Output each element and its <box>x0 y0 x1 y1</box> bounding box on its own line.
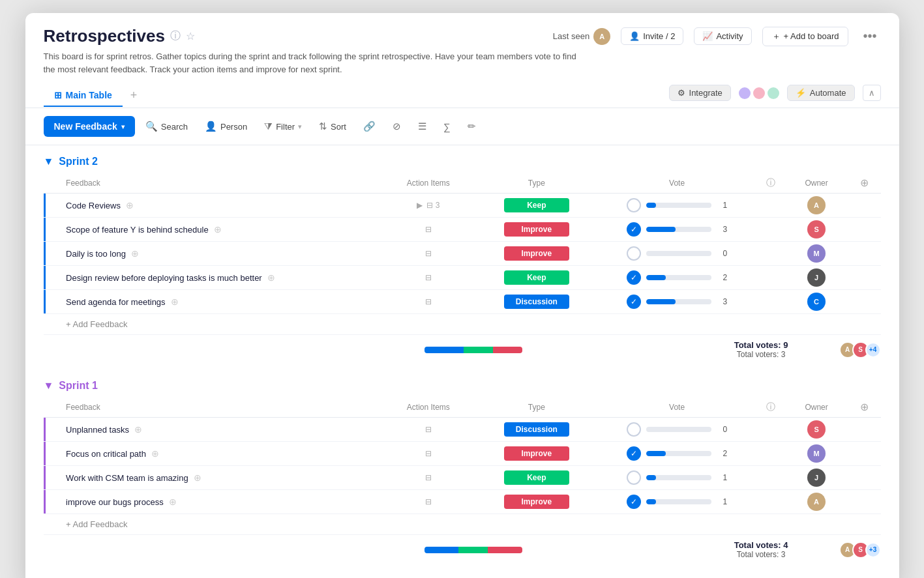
row-indicator-cell <box>44 290 60 314</box>
vote-cell[interactable]: 1 <box>597 194 757 218</box>
star-icon[interactable]: ☆ <box>186 30 195 42</box>
table-row[interactable]: Work with CSM team is amazing⊕⊟Keep1J <box>44 466 881 490</box>
vote-circle[interactable] <box>627 422 641 437</box>
sprint2-toggle[interactable]: ▼ <box>44 156 54 167</box>
table-row[interactable]: Daily is too long⊕⊟Improve0M <box>44 242 881 266</box>
link-icon-button[interactable]: 🔗 <box>357 117 382 136</box>
color-dot-3[interactable] <box>768 87 779 99</box>
table-row[interactable]: Focus on critical path⊕⊟Improve✓2M <box>44 442 881 466</box>
vote-cell[interactable]: ✓1 <box>597 490 757 514</box>
sprint2-title[interactable]: Sprint 2 <box>59 156 98 167</box>
color-dot-2[interactable] <box>753 87 765 99</box>
group-icon-button[interactable]: ☰ <box>411 117 433 136</box>
vote-cell[interactable]: ✓3 <box>597 218 757 242</box>
formula-icon-button[interactable]: ∑ <box>437 117 457 136</box>
type-cell[interactable]: Improve <box>477 442 597 466</box>
sprint1-col-add-header[interactable]: ⊕ <box>848 397 880 418</box>
more-options-button[interactable]: ••• <box>859 27 880 45</box>
vote-circle[interactable]: ✓ <box>627 222 641 237</box>
type-cell[interactable]: Improve <box>477 490 597 514</box>
vote-cell[interactable]: 0 <box>597 242 757 266</box>
owner-cell: A <box>784 194 848 218</box>
vote-circle[interactable]: ✓ <box>627 495 641 509</box>
feedback-cell: Send agenda for meetings⊕ <box>59 290 380 314</box>
table-row[interactable]: Design review before deploying tasks is … <box>44 266 881 290</box>
table-row[interactable]: Code Reviews⊕▶⊟ 3Keep1A <box>44 194 881 218</box>
vote-circle[interactable]: ✓ <box>627 446 641 461</box>
subitems-icon: ⊟ <box>425 225 432 234</box>
filter-button[interactable]: ⧩ Filter ▾ <box>258 117 308 136</box>
sprint1-col-vote-header: Vote <box>597 397 757 418</box>
vote-cell[interactable]: ✓3 <box>597 290 757 314</box>
sprint2-add-feedback-row[interactable]: + Add Feedback <box>44 314 881 335</box>
info-icon[interactable]: ⓘ <box>170 29 181 43</box>
add-tab-button[interactable]: + <box>124 83 144 108</box>
type-badge: Discussion <box>504 295 569 309</box>
vote-circle[interactable] <box>627 246 641 261</box>
sprint1-table: Feedback Action Items Type Vote ⓘ Owner … <box>44 397 881 535</box>
sprint1-col-type-header: Type <box>477 397 597 418</box>
add-comment-icon[interactable]: ⊕ <box>214 224 222 235</box>
vote-circle[interactable] <box>627 470 641 485</box>
type-cell[interactable]: Improve <box>477 218 597 242</box>
add-comment-icon[interactable]: ⊕ <box>134 424 142 435</box>
type-cell[interactable]: Keep <box>477 266 597 290</box>
feedback-text: Unplanned tasks <box>66 425 129 435</box>
table-row[interactable]: Send agenda for meetings⊕⊟Discussion✓3C <box>44 290 881 314</box>
tab-main-table[interactable]: ⊞ Main Table <box>44 85 123 107</box>
vote-bar-fill <box>646 299 676 304</box>
add-comment-icon[interactable]: ⊕ <box>131 248 139 259</box>
filter-label: Filter <box>276 122 295 132</box>
type-cell[interactable]: Improve <box>477 242 597 266</box>
row-indicator-cell <box>44 442 60 466</box>
vote-bar-container <box>646 451 711 456</box>
add-comment-icon[interactable]: ⊕ <box>267 272 275 283</box>
person-filter-button[interactable]: 👤 Person <box>198 117 254 136</box>
vote-cell[interactable]: 1 <box>597 466 757 490</box>
table-row[interactable]: Scope of feature Y is behind schedule⊕⊟I… <box>44 218 881 242</box>
paint-icon-button[interactable]: ✏ <box>461 117 483 136</box>
collapse-button[interactable]: ∧ <box>863 85 881 101</box>
formula-icon: ∑ <box>443 121 451 132</box>
sprint2-plus-badge: +4 <box>865 342 881 358</box>
activity-button[interactable]: 📈 Activity <box>694 27 751 45</box>
search-button[interactable]: 🔍 Search <box>139 117 194 136</box>
sprint1-add-feedback-label[interactable]: + Add Feedback <box>59 514 880 535</box>
sprint2-total-voters: Total voters: 3 <box>737 350 786 359</box>
table-row[interactable]: improve our bugs process⊕⊟Improve✓1A <box>44 490 881 514</box>
vote-circle[interactable]: ✓ <box>627 295 641 309</box>
invite-button[interactable]: 👤 Invite / 2 <box>621 27 683 45</box>
vote-circle[interactable] <box>627 198 641 212</box>
add-comment-icon[interactable]: ⊕ <box>126 200 134 210</box>
add-comment-icon[interactable]: ⊕ <box>169 497 177 507</box>
automate-button[interactable]: ⚡ Automate <box>787 85 855 101</box>
sprint1-toggle[interactable]: ▼ <box>44 380 54 392</box>
add-comment-icon[interactable]: ⊕ <box>171 296 179 307</box>
search-label: Search <box>161 122 188 132</box>
add-comment-icon[interactable]: ⊕ <box>151 448 159 459</box>
type-cell[interactable]: Keep <box>477 194 597 218</box>
sprint1-col-feedback-header: Feedback <box>59 397 380 418</box>
vote-cell[interactable]: ✓2 <box>597 266 757 290</box>
type-cell[interactable]: Keep <box>477 466 597 490</box>
vote-circle[interactable]: ✓ <box>627 270 641 285</box>
sprint1-add-feedback-row[interactable]: + Add Feedback <box>44 514 881 535</box>
type-cell[interactable]: Discussion <box>477 290 597 314</box>
color-dot-1[interactable] <box>739 87 751 99</box>
col-actions-header: Action Items <box>380 173 477 194</box>
vote-bar-fill <box>646 203 656 208</box>
vote-cell[interactable]: 0 <box>597 418 757 442</box>
col-add-header[interactable]: ⊕ <box>848 173 880 194</box>
vote-cell[interactable]: ✓2 <box>597 442 757 466</box>
new-feedback-button[interactable]: New Feedback ▾ <box>44 116 135 137</box>
add-feedback-label[interactable]: + Add Feedback <box>59 314 880 335</box>
add-comment-icon[interactable]: ⊕ <box>194 472 201 483</box>
table-row[interactable]: Unplanned tasks⊕⊟Discussion0S <box>44 418 881 442</box>
expand-action-icon[interactable]: ▶ <box>417 201 423 210</box>
add-to-board-button[interactable]: ＋ + Add to board <box>762 27 849 46</box>
integrate-button[interactable]: ⚙ Integrate <box>669 85 731 101</box>
hide-icon-button[interactable]: ⊘ <box>386 117 408 136</box>
sprint1-title[interactable]: Sprint 1 <box>59 380 98 392</box>
sort-button[interactable]: ⇅ Sort <box>312 117 353 136</box>
type-cell[interactable]: Discussion <box>477 418 597 442</box>
